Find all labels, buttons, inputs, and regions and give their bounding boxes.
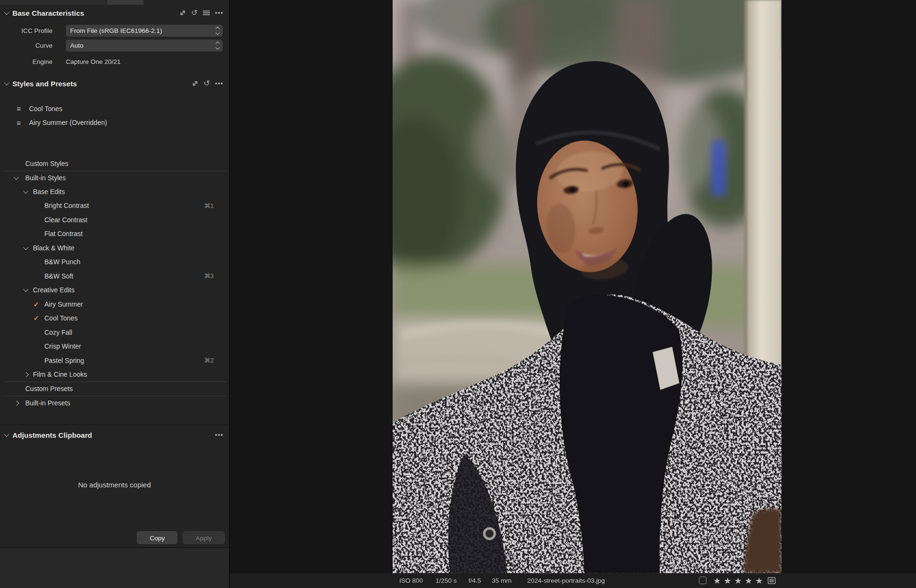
style-tree-label: Film & Cine Looks <box>33 371 87 378</box>
style-tree-label: Built-in Presets <box>25 399 70 407</box>
curve-label: Curve <box>0 40 52 52</box>
active-tool-tab[interactable] <box>107 0 144 5</box>
portrait-photo-render <box>393 0 781 573</box>
star-rating: ★★★★★ <box>712 573 764 588</box>
shortcut-label: ⌘3 <box>204 272 226 279</box>
more-options-icon[interactable] <box>215 83 217 84</box>
style-tree-item[interactable]: Clear Contrast <box>4 213 226 227</box>
check-icon: ✓ <box>33 314 39 322</box>
more-options-icon[interactable] <box>215 434 217 436</box>
star-icon[interactable]: ★ <box>754 576 764 586</box>
chevron-down-icon[interactable] <box>4 80 9 85</box>
expand-tool-icon[interactable] <box>192 80 198 87</box>
copy-button[interactable]: Copy <box>137 531 177 544</box>
tab-strip-segment <box>0 0 107 5</box>
hamburger-menu-icon[interactable] <box>203 10 210 16</box>
style-tree-label: Airy Summer <box>44 300 83 308</box>
chevron-down-icon[interactable] <box>13 175 19 180</box>
list-view-icon[interactable] <box>768 577 776 586</box>
tool-panel: Base Characteristics ↺ ICC Profile <box>0 0 230 588</box>
style-tree-item[interactable]: Custom Presets <box>4 382 226 396</box>
tool-tab-strip <box>0 0 229 5</box>
style-tree-label: Custom Presets <box>25 385 73 392</box>
star-icon[interactable]: ★ <box>743 576 754 586</box>
style-tree-label: Crisp Winter <box>44 342 81 350</box>
adjustments-clipboard-section: Adjustments Clipboard No adjustments cop… <box>0 424 229 547</box>
star-icon[interactable]: ★ <box>712 576 722 586</box>
style-tree-item[interactable]: ✓Airy Summer <box>4 297 226 311</box>
adjustments-clipboard-header: Adjustments Clipboard <box>0 425 229 444</box>
shutter-speed-value: 1/250 s <box>436 573 457 588</box>
applied-style-item[interactable]: ≡Airy Summer (Overridden) <box>0 116 229 130</box>
chevron-right-icon[interactable] <box>14 401 19 406</box>
engine-value: Capture One 20/21 <box>66 56 121 68</box>
image-info-bar: ISO 800 1/250 s f/4.5 35 mm 2024-street-… <box>230 573 916 588</box>
curve-dropdown[interactable]: Auto <box>66 40 223 52</box>
tab-strip-segment <box>144 0 229 5</box>
style-tree-label: Custom Styles <box>25 160 68 167</box>
chevron-down-icon[interactable] <box>23 245 28 250</box>
style-tree-label: Built-in Styles <box>25 174 66 182</box>
style-tree-item[interactable]: B&W Soft⌘3 <box>4 269 226 283</box>
reset-tool-icon[interactable]: ↺ <box>191 10 198 16</box>
image-viewer: ISO 800 1/250 s f/4.5 35 mm 2024-street-… <box>230 0 916 588</box>
check-icon: ✓ <box>33 300 39 308</box>
curve-row: Curve Auto <box>0 40 229 52</box>
style-tree-item[interactable]: ✓Cool Tones <box>4 311 226 326</box>
focal-length-value: 35 mm <box>492 573 511 588</box>
style-tree-label: B&W Soft <box>44 272 73 280</box>
section-title: Base Characteristics <box>12 9 84 17</box>
style-tree-item[interactable]: B&W Punch <box>4 255 226 269</box>
chevron-down-icon[interactable] <box>4 432 9 437</box>
style-tree-label: Cozy Fall <box>44 329 72 336</box>
style-tree-label: Creative Edits <box>33 286 74 294</box>
styles-tree: Custom StylesBuilt-in StylesBase EditsBr… <box>4 156 226 410</box>
style-tree-label: Pastel Spring <box>44 357 84 364</box>
styles-presets-header: Styles and Presets ↺ <box>0 75 229 92</box>
style-tree-label: Bright Contrast <box>44 202 89 209</box>
stepper-icon[interactable] <box>216 42 219 49</box>
applied-style-label: Airy Summer (Overridden) <box>29 119 107 126</box>
style-tree-item[interactable]: Crisp Winter <box>4 340 226 354</box>
tag-checkbox[interactable] <box>699 577 707 584</box>
style-tree-label: Cool Tones <box>44 314 78 322</box>
style-tree-item[interactable]: Black & White <box>4 241 226 255</box>
base-characteristics-section: Base Characteristics ↺ ICC Profile <box>0 5 229 75</box>
filename-label: 2024-street-portraits-03.jpg <box>527 573 605 588</box>
chevron-down-icon[interactable] <box>4 10 9 15</box>
style-tree-item[interactable]: Bright Contrast⌘1 <box>4 199 226 213</box>
engine-row: Engine Capture One 20/21 <box>0 56 229 68</box>
style-tree-item[interactable]: Film & Cine Looks <box>4 368 226 382</box>
star-icon[interactable]: ★ <box>722 576 733 586</box>
chevron-down-icon[interactable] <box>23 287 28 292</box>
reset-tool-icon[interactable]: ↺ <box>204 80 210 87</box>
applied-style-item[interactable]: ≡Cool Tones <box>0 102 229 116</box>
stepper-icon[interactable] <box>216 27 219 34</box>
chevron-down-icon[interactable] <box>23 188 28 194</box>
style-tree-item[interactable]: Built-in Styles <box>4 171 226 185</box>
apply-button[interactable]: Apply <box>183 531 225 544</box>
style-tree-label: Clear Contrast <box>44 216 87 224</box>
clipboard-empty-message: No adjustments copied <box>0 481 229 489</box>
icc-profile-row: ICC Profile From File (sRGB IEC61966-2.1… <box>0 25 229 37</box>
style-tree-item[interactable]: Base Edits <box>4 185 226 199</box>
chevron-right-icon[interactable] <box>23 372 29 377</box>
style-tree-item[interactable]: Flat Contrast <box>4 227 226 241</box>
style-tree-item[interactable]: Custom Styles <box>4 156 226 171</box>
style-tree-item[interactable]: Pastel Spring⌘2 <box>4 353 226 368</box>
expand-tool-icon[interactable] <box>179 10 186 16</box>
iso-value: ISO 800 <box>399 573 423 588</box>
style-tree-item[interactable]: Creative Edits <box>4 283 226 298</box>
icc-profile-dropdown[interactable]: From File (sRGB IEC61966-2.1) <box>66 25 223 37</box>
style-tree-item[interactable]: Cozy Fall <box>4 325 226 340</box>
style-tree-label: Flat Contrast <box>44 230 83 237</box>
portrait-photo[interactable] <box>393 0 781 573</box>
style-tree-label: Black & White <box>33 244 74 252</box>
style-tree-item[interactable]: Built-in Presets <box>4 396 226 410</box>
applied-styles-list: ≡Cool Tones≡Airy Summer (Overridden) <box>0 102 229 130</box>
style-tree-label: Base Edits <box>33 188 65 196</box>
drag-handle-icon: ≡ <box>17 119 29 127</box>
panel-footer <box>0 547 229 588</box>
more-options-icon[interactable] <box>215 12 217 14</box>
star-icon[interactable]: ★ <box>733 576 743 586</box>
